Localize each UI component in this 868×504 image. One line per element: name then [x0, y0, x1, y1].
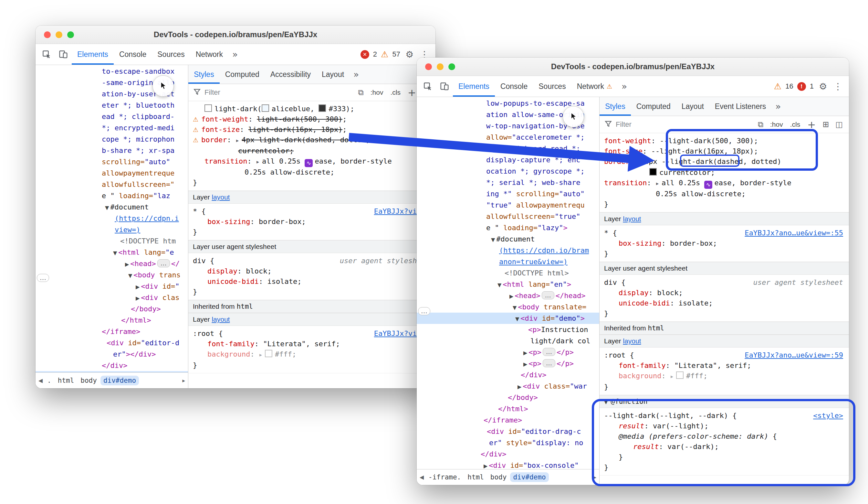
dom-tree-line[interactable]: anon=true&view=) — [417, 256, 599, 268]
breadcrumb-item[interactable]: div#demo — [510, 472, 548, 482]
color-swatch[interactable] — [205, 104, 212, 112]
error-count[interactable]: 1 — [810, 82, 814, 91]
minimize-window-button[interactable] — [437, 63, 444, 70]
tab-accessibility[interactable]: Accessibility — [265, 65, 316, 84]
new-style-rule-button[interactable]: + — [805, 119, 818, 130]
dom-tree-line[interactable]: (https://cdpn.io/bram — [417, 245, 599, 256]
style-declaration-line[interactable]: font-weight: --light-dark(500, 300); — [604, 136, 845, 146]
style-declaration-line[interactable]: border: ▸4px --light-dark(dashed, dotted… — [604, 157, 845, 168]
close-window-button[interactable] — [44, 31, 51, 38]
dom-tree-line[interactable]: "true" allowpaymentrequ — [417, 200, 599, 211]
settings-gear-icon[interactable]: ⚙ — [818, 81, 828, 92]
layers-icon[interactable]: ⧉ — [756, 120, 765, 129]
toggle-element-state-button[interactable]: :hov — [768, 121, 785, 128]
link[interactable]: layout — [623, 215, 641, 222]
style-declaration-line[interactable]: } — [193, 287, 431, 297]
dom-tree-line[interactable]: ▶<div class="war — [417, 381, 599, 392]
dom-tree-line[interactable]: </html> — [417, 403, 599, 414]
dom-tree-line[interactable]: e " loading="laz — [35, 190, 188, 201]
filter-input[interactable]: Filter — [205, 88, 353, 97]
disclosure-triangle-icon[interactable]: ▼ — [128, 273, 132, 279]
error-count-icon[interactable]: ! — [797, 82, 806, 91]
dom-tree-line[interactable]: ▼<body translate= — [417, 301, 599, 313]
style-declaration-line[interactable]: currentcolor; — [193, 146, 431, 156]
dom-tree-line[interactable]: allow="accelerometer *; — [417, 132, 599, 143]
dom-tree-line[interactable]: ▼<body trans — [35, 269, 188, 281]
color-swatch[interactable] — [319, 104, 326, 112]
dom-tree-line[interactable]: light/dark col — [417, 335, 599, 346]
sidebar-toggle-icon[interactable]: ◫ — [834, 120, 845, 129]
zoom-window-button[interactable] — [448, 63, 455, 70]
link[interactable]: layout — [211, 315, 230, 323]
tab-layout[interactable]: Layout — [316, 65, 350, 84]
kebab-menu-icon[interactable]: ⋮ — [832, 81, 844, 92]
dom-tree-line[interactable]: cope *; microphon — [35, 133, 188, 145]
color-swatch[interactable] — [262, 104, 269, 112]
disclosure-triangle-icon[interactable]: ▼ — [497, 282, 502, 288]
style-declaration-line[interactable]: font-family: "Literata", serif; — [604, 361, 845, 371]
grid-overlay-icon[interactable]: ⊞ — [821, 120, 830, 129]
dom-tree-line[interactable]: ▶<div clas — [35, 292, 188, 303]
window-titlebar[interactable]: DevTools - codepen.io/bramus/pen/EaYBJJx — [417, 58, 849, 76]
color-swatch[interactable] — [676, 372, 683, 379]
disclosure-triangle-icon[interactable]: ▶ — [517, 384, 521, 390]
dom-tree-line[interactable]: </div> — [35, 360, 188, 371]
tab-sources[interactable]: Sources — [152, 44, 190, 65]
disclosure-triangle-icon[interactable]: ▼ — [113, 250, 117, 256]
style-declaration-line[interactable]: } — [193, 178, 431, 188]
style-declaration-line[interactable]: } — [193, 227, 431, 237]
warning-count-icon[interactable]: ⚠ — [381, 49, 388, 59]
disclosure-triangle-icon[interactable]: ▼ — [515, 316, 519, 322]
style-declaration-line[interactable]: } — [604, 199, 845, 210]
element-classes-button[interactable]: .cls — [788, 121, 803, 128]
dom-tree-line[interactable]: view=) — [35, 224, 188, 235]
style-declaration-line[interactable]: result: var(--dark); — [604, 442, 845, 452]
dom-tree-line[interactable]: allowpaymentreque — [35, 168, 188, 179]
dom-tree-line[interactable]: ▼#document — [35, 201, 188, 213]
style-declaration-line[interactable]: @media (prefers-color-scheme: dark) { — [604, 431, 845, 442]
minimize-window-button[interactable] — [55, 31, 62, 38]
dom-tree-line[interactable]: ▶<div id="box-console" — [417, 460, 599, 469]
warning-count-icon[interactable]: ⚠ — [774, 81, 782, 91]
tab-styles[interactable]: Styles — [188, 65, 220, 84]
new-style-rule-button[interactable]: + — [406, 87, 418, 98]
style-declaration-line[interactable]: } — [604, 452, 845, 462]
style-declaration-line[interactable]: box-sizing: border-box; — [193, 216, 431, 227]
more-tabs-icon[interactable]: » — [772, 101, 785, 112]
at-function-section-header[interactable]: ▼@function — [600, 395, 849, 408]
style-declaration-line[interactable]: div {user agent stylesheet — [604, 278, 845, 288]
dom-tree-line[interactable]: ▼<div id="demo"> — [417, 313, 599, 324]
dom-tree-line[interactable]: allowfullscreen=" — [35, 179, 188, 190]
style-declaration-line[interactable]: background: ▸#fff; — [193, 349, 431, 360]
link[interactable]: (https://cdpn.io/bram — [499, 246, 589, 254]
inspect-element-icon[interactable] — [38, 44, 55, 65]
expand-arrow-icon[interactable]: ▸ — [257, 159, 259, 165]
style-declaration-line[interactable]: } — [193, 360, 431, 371]
style-declaration-line[interactable]: display: block; — [604, 288, 845, 298]
dom-tree-line[interactable]: ocation *; gyroscope *; — [417, 165, 599, 177]
ellipsis-button[interactable]: … — [543, 348, 555, 356]
expand-arrow-icon[interactable]: ▸ — [671, 373, 673, 380]
dom-tree-line[interactable]: ▶<head>…</head> — [417, 290, 599, 301]
breadcrumb-item[interactable]: -iframe. — [425, 472, 464, 482]
style-declaration-line[interactable]: transition: ▸all 0.25s ∿ease, border-sty… — [604, 178, 845, 189]
link[interactable]: view=) — [115, 226, 140, 234]
expand-arrow-icon[interactable]: ▸ — [259, 352, 262, 358]
color-swatch[interactable] — [649, 168, 657, 175]
tab-event-listeners[interactable]: Event Listeners — [710, 97, 772, 116]
style-declaration-line[interactable]: transition: ▸all 0.25s ∿ease, border-sty… — [193, 156, 431, 167]
more-actions-button[interactable]: … — [418, 307, 430, 315]
dom-tree-line[interactable]: <div id="editor-drag-c — [417, 426, 599, 437]
style-declaration-line[interactable]: :root {EaYBJJx?view= — [193, 329, 431, 339]
ellipsis-button[interactable]: … — [157, 259, 170, 268]
more-tabs-icon[interactable]: » — [350, 69, 363, 80]
settings-gear-icon[interactable]: ⚙ — [404, 49, 415, 60]
style-declaration-line[interactable]: ⚠font-weight: light-dark(500, 300); — [193, 114, 431, 124]
style-declaration-line[interactable]: currentcolor; — [604, 168, 845, 178]
tab-styles[interactable]: Styles — [600, 97, 631, 116]
disclosure-triangle-icon[interactable]: ▼ — [513, 304, 517, 311]
window-titlebar[interactable]: DevTools - codepen.io/bramus/pen/EaYBJJx — [35, 26, 435, 44]
dom-tree-line[interactable]: </iframe> — [417, 414, 599, 426]
dom-tree-line[interactable]: ▶<head>…</ — [35, 258, 188, 269]
dom-tree-line[interactable]: ▶<p>…</p> — [417, 346, 599, 358]
